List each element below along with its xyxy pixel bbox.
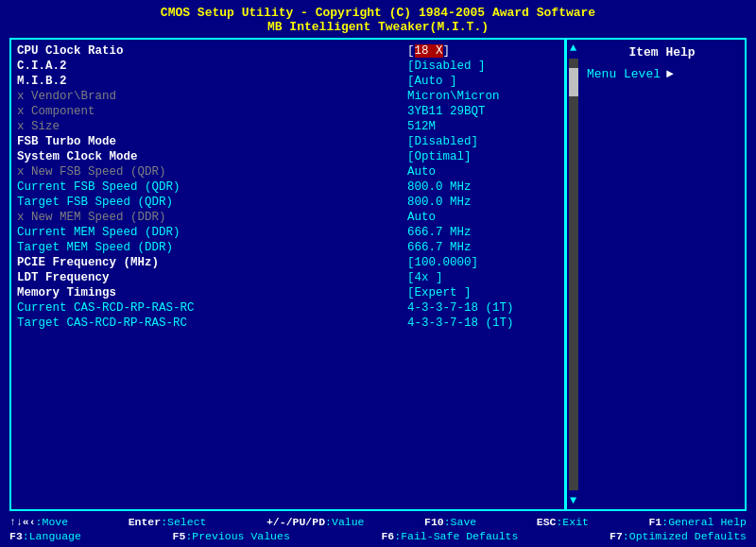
setting-label-15: LDT Frequency [17,271,234,284]
scrollbar[interactable]: ▲ ▼ [566,40,579,509]
setting-row-9[interactable]: Current FSB Speed (QDR)800.0 MHz [17,179,558,195]
footer-item-1: Enter:Select [129,516,207,528]
setting-label-0: CPU Clock Ratio [17,44,234,58]
setting-value-8: Auto [407,165,558,179]
footer-item-3: F7:Optimized Defaults [610,530,747,542]
footer: ↑↓«‹:MoveEnter:Select+/-/PU/PD:ValueF10:… [0,511,756,547]
setting-label-11: x New MEM Speed (DDR) [17,211,234,224]
setting-value-0: [18 X] [407,44,558,58]
setting-value-9: 800.0 MHz [407,180,558,194]
footer-item-0: ↑↓«‹:Move [9,516,68,528]
setting-row-4[interactable]: x Component3YB11 29BQT [17,104,558,119]
setting-value-14: [100.0000] [407,256,558,269]
main-content: CPU Clock Ratio[18 X]C.I.A.2[Disabled ]M… [9,38,747,511]
header-line2: MB Intelligent Tweaker(M.I.T.) [0,20,756,34]
setting-row-18[interactable]: Target CAS-RCD-RP-RAS-RC4-3-3-7-18 (1T) [17,316,558,331]
header: CMOS Setup Utility - Copyright (C) 1984-… [0,0,756,38]
setting-value-2: [Auto ] [407,75,558,88]
footer-item-5: F1:General Help [648,516,747,528]
setting-label-6: FSB Turbo Mode [17,135,234,148]
setting-value-10: 800.0 MHz [407,196,558,209]
setting-label-2: M.I.B.2 [17,75,234,88]
setting-row-7[interactable]: System Clock Mode[Optimal] [17,149,558,164]
scroll-down-icon[interactable]: ▼ [570,492,576,509]
setting-row-6[interactable]: FSB Turbo Mode[Disabled] [17,134,558,149]
footer-item-2: +/-/PU/PD:Value [266,516,365,528]
setting-row-13[interactable]: Target MEM Speed (DDR)666.7 MHz [17,240,558,255]
setting-row-12[interactable]: Current MEM Speed (DDR)666.7 MHz [17,225,558,240]
item-help-title: Item Help [587,45,737,60]
setting-label-4: x Component [17,105,234,118]
setting-label-16: Memory Timings [17,286,234,299]
setting-value-12: 666.7 MHz [407,226,558,239]
setting-row-0[interactable]: CPU Clock Ratio[18 X] [17,43,558,59]
footer-item-1: F5:Previous Values [173,530,290,542]
setting-row-3[interactable]: x Vendor\BrandMicron\Micron [17,89,558,104]
setting-row-17[interactable]: Current CAS-RCD-RP-RAS-RC4-3-3-7-18 (1T) [17,300,558,316]
setting-label-9: Current FSB Speed (QDR) [17,180,234,194]
footer-row2: F3:LanguageF5:Previous ValuesF6:Fail-Saf… [9,529,747,543]
setting-label-7: System Clock Mode [17,150,234,163]
setting-row-5[interactable]: x Size512M [17,119,558,134]
setting-value-1: [Disabled ] [407,60,558,73]
menu-level: Menu Level ► [587,67,737,81]
setting-value-7: [Optimal] [407,150,558,163]
setting-label-13: Target MEM Speed (DDR) [17,241,234,254]
setting-value-15: [4x ] [407,271,558,284]
setting-row-10[interactable]: Target FSB Speed (QDR)800.0 MHz [17,195,558,210]
setting-row-15[interactable]: LDT Frequency[4x ] [17,270,558,285]
help-panel: Item Help Menu Level ► [579,40,745,509]
setting-row-8[interactable]: x New FSB Speed (QDR)Auto [17,164,558,179]
setting-label-10: Target FSB Speed (QDR) [17,196,234,209]
setting-label-17: Current CAS-RCD-RP-RAS-RC [17,301,234,315]
setting-value-17: 4-3-3-7-18 (1T) [407,301,558,315]
setting-label-14: PCIE Frequency (MHz) [17,256,234,269]
setting-row-16[interactable]: Memory Timings[Expert ] [17,285,558,300]
setting-label-12: Current MEM Speed (DDR) [17,226,234,239]
scroll-track[interactable] [569,59,578,490]
setting-label-8: x New FSB Speed (QDR) [17,165,234,179]
setting-label-1: C.I.A.2 [17,60,234,73]
menu-level-arrow: ► [666,67,674,81]
setting-row-2[interactable]: M.I.B.2[Auto ] [17,74,558,89]
bios-setup-utility: CMOS Setup Utility - Copyright (C) 1984-… [0,0,756,547]
setting-value-13: 666.7 MHz [407,241,558,254]
footer-item-2: F6:Fail-Safe Defaults [381,530,518,542]
setting-value-6: [Disabled] [407,135,558,148]
setting-value-11: Auto [407,211,558,224]
scroll-up-icon[interactable]: ▲ [570,40,576,57]
footer-item-0: F3:Language [9,530,81,542]
setting-value-16: [Expert ] [407,286,558,299]
setting-row-11[interactable]: x New MEM Speed (DDR)Auto [17,210,558,225]
footer-row1: ↑↓«‹:MoveEnter:Select+/-/PU/PD:ValueF10:… [9,515,747,529]
setting-label-3: x Vendor\Brand [17,90,234,103]
scroll-thumb[interactable] [569,68,578,96]
footer-item-3: F10:Save [424,516,476,528]
setting-label-18: Target CAS-RCD-RP-RAS-RC [17,316,234,330]
settings-panel: CPU Clock Ratio[18 X]C.I.A.2[Disabled ]M… [11,40,566,509]
setting-label-5: x Size [17,120,234,133]
footer-item-4: ESC:Exit [537,516,589,528]
menu-level-label: Menu Level [587,67,661,81]
settings-list: CPU Clock Ratio[18 X]C.I.A.2[Disabled ]M… [11,40,564,509]
setting-value-5: 512M [407,120,558,133]
setting-row-1[interactable]: C.I.A.2[Disabled ] [17,59,558,74]
header-line1: CMOS Setup Utility - Copyright (C) 1984-… [0,6,756,20]
setting-value-18: 4-3-3-7-18 (1T) [407,316,558,330]
setting-value-3: Micron\Micron [407,90,558,103]
setting-row-14[interactable]: PCIE Frequency (MHz)[100.0000] [17,255,558,270]
setting-value-4: 3YB11 29BQT [407,105,558,118]
